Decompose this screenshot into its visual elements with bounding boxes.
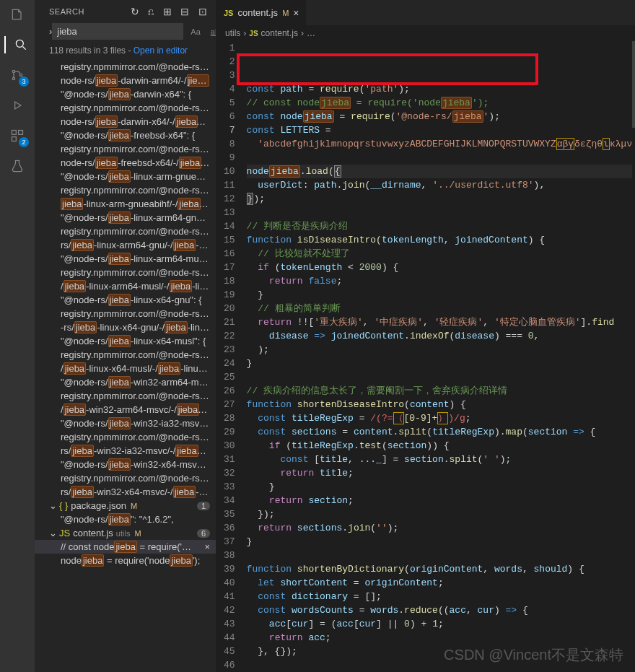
sidebar-header: SEARCH ↻ ⎌ ⊞ ⊟ ⊡ bbox=[35, 0, 216, 20]
extensions-icon[interactable]: 2 bbox=[9, 127, 26, 144]
clear-icon[interactable]: ⎌ bbox=[148, 6, 154, 17]
sidebar-title: SEARCH bbox=[49, 7, 84, 16]
search-result-item[interactable]: registry.npmmirror.com/@node-rs/j… bbox=[35, 183, 216, 197]
search-result-item[interactable]: /jieba-linux-x64-musl/-/jieba-linux… bbox=[35, 362, 216, 375]
js-icon: JS bbox=[224, 9, 233, 17]
search-result-item[interactable]: jieba-linux-arm-gnueabihf/-/jieba-li… bbox=[35, 197, 216, 211]
svg-point-3 bbox=[19, 74, 22, 76]
search-result-item[interactable]: registry.npmmirror.com/@node-rs/j… bbox=[35, 142, 216, 156]
search-result-item[interactable]: registry.npmmirror.com/@node-rs/j… bbox=[35, 348, 216, 362]
search-result-item[interactable]: // const nodejieba = require('…× bbox=[35, 540, 216, 554]
results-summary: 118 results in 3 files - Open in editor bbox=[35, 43, 216, 60]
search-result-item[interactable]: "@node-rs/jieba": "^1.6.2", bbox=[35, 512, 216, 526]
search-result-item[interactable]: registry.npmmirror.com/@node-rs/j… bbox=[35, 471, 216, 485]
editor-area: JS content.js M × utils › JS content.js … bbox=[216, 0, 635, 672]
expand-icon[interactable]: ⊟ bbox=[180, 6, 190, 17]
modified-indicator: M bbox=[282, 9, 289, 17]
svg-point-2 bbox=[12, 77, 14, 79]
search-result-item[interactable]: /jieba-win32-arm64-msvc/-/jieba-wi… bbox=[35, 403, 216, 416]
tab-bar: JS content.js M × bbox=[216, 0, 635, 25]
search-result-item[interactable]: rs/jieba-linux-arm64-gnu/-/jieba-lin… bbox=[35, 238, 216, 252]
search-icon[interactable] bbox=[4, 36, 29, 53]
search-sidebar: SEARCH ↻ ⎌ ⊞ ⊟ ⊡ › Aa ab .* 118 results … bbox=[35, 0, 216, 672]
search-result-item[interactable]: node-rs/jieba-darwin-x64/-/jieba-da… bbox=[35, 115, 216, 128]
search-result-item[interactable]: nodejieba = require('nodejieba'); bbox=[35, 554, 216, 567]
search-result-item[interactable]: "@node-rs/jieba-win32-ia32-msvc": { bbox=[35, 416, 216, 430]
close-icon[interactable]: × bbox=[293, 7, 299, 19]
svg-rect-5 bbox=[19, 131, 23, 135]
search-result-item[interactable]: registry.npmmirror.com/@node-rs/j… bbox=[35, 307, 216, 320]
refresh-icon[interactable]: ↻ bbox=[131, 6, 140, 17]
testing-icon[interactable] bbox=[9, 157, 26, 175]
svg-point-0 bbox=[16, 40, 23, 47]
search-result-item[interactable]: node-rs/jieba-freebsd-x64/-/jieba-fr… bbox=[35, 156, 216, 170]
debug-icon[interactable] bbox=[9, 97, 26, 114]
collapse-icon[interactable]: ⊡ bbox=[198, 6, 208, 17]
search-input[interactable] bbox=[52, 23, 183, 40]
search-result-item[interactable]: registry.npmmirror.com/@node-rs/j… bbox=[35, 224, 216, 238]
match-case-toggle[interactable]: Aa bbox=[188, 26, 203, 38]
search-result-item[interactable]: "@node-rs/jieba-win32-arm64-msv… bbox=[35, 375, 216, 389]
search-result-item[interactable]: "@node-rs/jieba-linux-arm64-musl"… bbox=[35, 252, 216, 266]
tab-content-js[interactable]: JS content.js M × bbox=[216, 0, 307, 25]
search-result-item[interactable]: registry.npmmirror.com/@node-rs/j… bbox=[35, 60, 216, 74]
search-result-item[interactable]: registry.npmmirror.com/@node-rs/j… bbox=[35, 430, 216, 444]
file-group[interactable]: ⌄JS content.jsutilsM6 bbox=[35, 526, 216, 540]
code-editor[interactable]: 1234567891011121314151617181920212223242… bbox=[216, 41, 635, 672]
search-result-item[interactable]: registry.npmmirror.com/@node-rs/j… bbox=[35, 389, 216, 403]
search-result-item[interactable]: "@node-rs/jieba-linux-arm-gnueabi… bbox=[35, 170, 216, 183]
code-content[interactable]: const path = require('path');// const no… bbox=[247, 41, 633, 672]
search-result-item[interactable]: node-rs/jieba-darwin-arm64/-/jieba… bbox=[35, 74, 216, 87]
highlight-box bbox=[237, 53, 538, 85]
breadcrumbs[interactable]: utils › JS content.js › … bbox=[216, 25, 635, 41]
open-in-editor-link[interactable]: Open in editor bbox=[133, 45, 188, 56]
ext-badge: 2 bbox=[19, 137, 29, 147]
scrollbar-thumb[interactable] bbox=[632, 41, 635, 128]
gutter: 1234567891011121314151617181920212223242… bbox=[216, 41, 247, 672]
search-result-item[interactable]: /jieba-linux-arm64-musl/-/jieba-linu… bbox=[35, 279, 216, 293]
search-result-item[interactable]: "@node-rs/jieba-linux-arm64-gnu": { bbox=[35, 211, 216, 224]
scm-badge: 3 bbox=[19, 77, 29, 87]
new-file-icon[interactable]: ⊞ bbox=[163, 6, 172, 17]
svg-rect-4 bbox=[12, 131, 17, 135]
search-result-item[interactable]: rs/jieba-win32-x64-msvc/-/jieba-win… bbox=[35, 485, 216, 499]
svg-point-1 bbox=[12, 70, 14, 72]
tab-label: content.js bbox=[237, 7, 278, 18]
search-result-item[interactable]: -rs/jieba-linux-x64-gnu/-/jieba-linux… bbox=[35, 320, 216, 334]
search-result-item[interactable]: registry.npmmirror.com/@node-rs/j… bbox=[35, 266, 216, 279]
search-result-item[interactable]: "@node-rs/jieba-darwin-x64": { bbox=[35, 87, 216, 101]
files-icon[interactable] bbox=[9, 6, 26, 23]
search-result-item[interactable]: "@node-rs/jieba-linux-x64-musl": { bbox=[35, 334, 216, 348]
search-result-item[interactable]: "@node-rs/jieba-freebsd-x64": { bbox=[35, 128, 216, 142]
search-result-item[interactable]: rs/jieba-win32-ia32-msvc/-/jieba-wi… bbox=[35, 444, 216, 458]
results-list[interactable]: registry.npmmirror.com/@node-rs/j…node-r… bbox=[35, 60, 216, 672]
match-word-toggle[interactable]: ab bbox=[208, 26, 216, 38]
js-icon: JS bbox=[249, 30, 258, 38]
scrollbar[interactable] bbox=[632, 41, 635, 672]
search-result-item[interactable]: "@node-rs/jieba-win32-x64-msvc": { bbox=[35, 458, 216, 471]
file-group[interactable]: ⌄{ } package.jsonM1 bbox=[35, 499, 216, 512]
search-result-item[interactable]: registry.npmmirror.com/@node-rs/j… bbox=[35, 101, 216, 115]
search-result-item[interactable]: "@node-rs/jieba-linux-x64-gnu": { bbox=[35, 293, 216, 307]
scm-icon[interactable]: 3 bbox=[9, 66, 26, 84]
svg-rect-6 bbox=[12, 137, 17, 141]
activity-bar: 3 2 bbox=[0, 0, 35, 672]
